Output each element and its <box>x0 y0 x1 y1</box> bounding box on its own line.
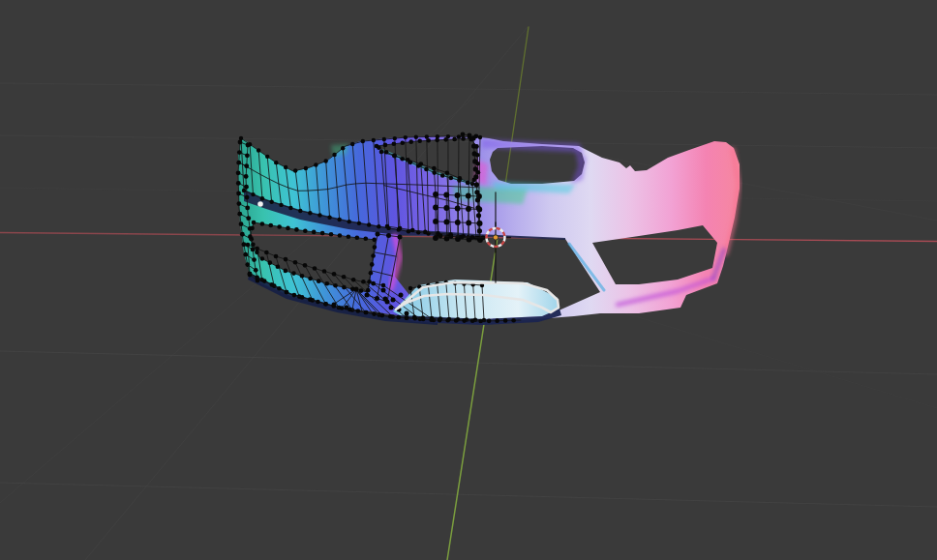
vertex-dot <box>472 159 477 163</box>
vertex-dot <box>398 235 403 240</box>
vertex-dot <box>342 285 347 290</box>
vertex-dot <box>323 159 327 162</box>
vertex-dot <box>239 136 243 140</box>
vertex-dot <box>317 213 321 217</box>
vertex-dot <box>414 135 418 139</box>
viewport-canvas[interactable] <box>0 0 937 560</box>
vertex-dot <box>357 221 361 225</box>
vertex-dot <box>461 133 466 137</box>
vertex-dot <box>244 163 249 168</box>
vertex-dot <box>405 311 409 316</box>
vertex-dot <box>443 192 449 198</box>
vertex-dot <box>246 143 251 148</box>
vertex-dot <box>466 181 470 186</box>
vertex-dot <box>245 195 250 200</box>
vertex-dot <box>452 137 457 142</box>
vertex-dot <box>257 201 263 207</box>
vertex-dot <box>400 157 405 162</box>
vertex-dot <box>388 314 393 319</box>
vertex-dot <box>470 318 475 323</box>
vertex-dot <box>363 237 368 242</box>
vertex-dot <box>260 256 265 261</box>
vertex-dot <box>432 166 437 171</box>
vertex-dot <box>444 220 450 225</box>
vertex-dot <box>425 134 429 138</box>
vertex-dot <box>244 185 249 190</box>
vertex-dot <box>454 318 459 323</box>
vertex-dot <box>429 317 434 322</box>
vertex-dot <box>377 145 381 150</box>
vertex-dot <box>466 206 471 212</box>
vertex-dot <box>396 315 401 320</box>
vertex-dot <box>372 138 376 142</box>
vertex-dot <box>365 293 370 298</box>
cursor-center-dot <box>493 235 498 240</box>
viewport-background-layer <box>0 0 937 560</box>
vertex-dot <box>284 269 288 274</box>
vertex-dot <box>314 162 317 166</box>
vertex-dot <box>268 223 273 228</box>
vertex-dot <box>317 279 321 283</box>
vertex-dot <box>449 176 454 181</box>
vertex-dot <box>433 205 438 211</box>
vertex-dot <box>329 232 334 237</box>
vertex-dot <box>426 138 431 143</box>
vertex-dot <box>245 205 250 210</box>
vertex-dot <box>445 170 450 175</box>
vertex-dot <box>391 298 396 303</box>
vertex-dot <box>243 252 248 257</box>
vertex-dot <box>478 135 482 139</box>
vertex-dot <box>375 296 379 301</box>
vertex-dot <box>284 165 287 169</box>
vertex-dot <box>455 206 461 212</box>
vertex-dot <box>421 317 426 322</box>
vertex-dot <box>361 280 366 284</box>
edit-wireframe-line <box>458 195 459 239</box>
vertex-dot <box>371 281 376 286</box>
vertex-dot <box>324 281 329 286</box>
vertex-dot <box>424 167 429 172</box>
vertex-dot <box>475 197 480 202</box>
vertex-dot <box>236 170 241 175</box>
vertex-dot <box>279 203 283 207</box>
selected-vertex[interactable] <box>257 201 263 207</box>
vertex-dot <box>432 170 437 175</box>
vertex-dot <box>389 306 394 310</box>
vertex-dot <box>332 153 336 157</box>
vertex-dot <box>433 235 438 241</box>
vertex-dot <box>449 234 454 239</box>
vertex-dot <box>466 193 471 199</box>
vertex-dot <box>367 222 371 226</box>
vertex-dot <box>354 287 359 292</box>
vertex-dot <box>260 196 264 200</box>
vertex-dot <box>277 224 282 229</box>
vertex-dot <box>433 192 438 197</box>
blender-3d-viewport[interactable] <box>0 0 937 560</box>
vertex-dot <box>443 205 449 211</box>
vertex-dot <box>333 283 338 288</box>
vertex-dot <box>398 226 403 231</box>
vertex-dot <box>274 161 278 164</box>
vertex-dot <box>433 219 438 224</box>
vertex-dot <box>332 303 337 308</box>
vertex-dot <box>366 288 371 293</box>
vertex-dot <box>236 192 241 196</box>
vertex-dot <box>435 138 439 143</box>
vertex-dot <box>338 233 343 238</box>
vertex-dot <box>291 271 296 276</box>
vertex-dot <box>308 211 312 215</box>
vertex-dot <box>408 286 412 290</box>
vertex-dot <box>322 269 327 274</box>
vertex-dot <box>372 238 377 243</box>
vertex-dot <box>438 234 443 239</box>
vertex-dot <box>252 257 257 262</box>
vertex-dot <box>265 155 269 159</box>
vertex-dot <box>385 224 390 229</box>
vertex-dot <box>264 251 269 255</box>
vertex-dot <box>347 234 351 239</box>
vertex-dot <box>416 163 421 168</box>
vertex-dot <box>382 137 386 141</box>
vertex-dot <box>462 318 467 323</box>
vertex-dot <box>471 143 476 148</box>
vertex-dot <box>250 226 255 231</box>
